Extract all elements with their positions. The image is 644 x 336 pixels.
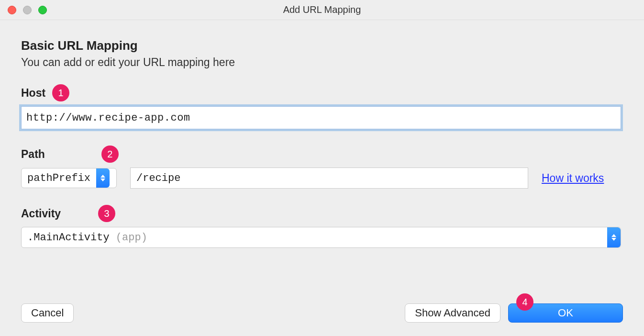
callout-badge-path: 2 — [101, 146, 119, 163]
activity-select[interactable]: .MainActivity (app) — [21, 227, 621, 248]
ok-button[interactable]: 4 OK — [508, 303, 623, 323]
host-label-row: Host 1 — [21, 84, 69, 101]
how-it-works-link[interactable]: How it works — [542, 172, 604, 185]
path-label: Path — [21, 148, 45, 161]
callout-badge-activity: 3 — [98, 205, 115, 222]
path-label-row: Path 2 — [21, 146, 119, 163]
minimize-window-button[interactable] — [23, 6, 32, 14]
activity-module: (app) — [116, 232, 147, 244]
show-advanced-button[interactable]: Show Advanced — [405, 303, 500, 323]
host-input[interactable] — [21, 106, 621, 129]
activity-field-group: Activity 3 .MainActivity (app) — [21, 205, 623, 248]
cancel-button[interactable]: Cancel — [21, 303, 74, 323]
path-field-group: Path 2 pathPrefix How it works — [21, 146, 623, 189]
path-match-value: pathPrefix — [22, 172, 96, 184]
callout-badge-host: 1 — [52, 84, 69, 101]
close-window-button[interactable] — [8, 6, 16, 14]
titlebar: Add URL Mapping — [0, 0, 644, 20]
activity-label-row: Activity 3 — [21, 205, 115, 222]
path-row: pathPrefix How it works — [21, 168, 623, 189]
updown-icon — [96, 168, 110, 188]
path-input[interactable] — [130, 168, 528, 189]
path-match-select[interactable]: pathPrefix — [21, 168, 117, 188]
host-label: Host — [21, 87, 45, 100]
callout-badge-ok: 4 — [516, 293, 533, 311]
traffic-lights — [8, 6, 47, 14]
section-description: You can add or edit your URL mapping her… — [21, 56, 623, 69]
ok-button-label: OK — [558, 307, 573, 319]
dialog-content: Basic URL Mapping You can add or edit yo… — [0, 20, 644, 248]
window-title: Add URL Mapping — [0, 4, 644, 15]
activity-label: Activity — [21, 207, 61, 220]
dialog-footer: Cancel Show Advanced 4 OK — [21, 303, 623, 323]
activity-value: .MainActivity (app) — [22, 232, 607, 244]
updown-icon — [607, 227, 621, 247]
host-field-group: Host 1 — [21, 84, 623, 129]
section-title: Basic URL Mapping — [21, 38, 623, 53]
zoom-window-button[interactable] — [38, 6, 47, 14]
activity-classname: .MainActivity — [27, 232, 110, 244]
